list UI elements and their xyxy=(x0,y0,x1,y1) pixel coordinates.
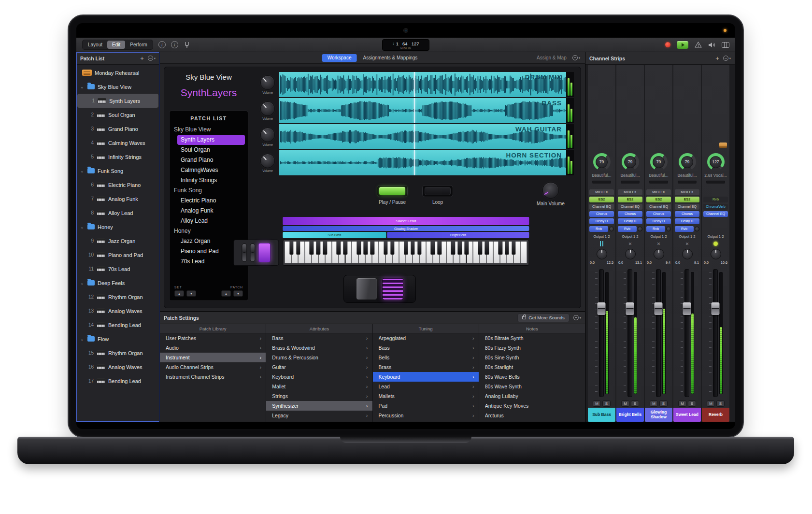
browser-item-brass-woodwind[interactable]: Brass & Woodwind› xyxy=(266,343,372,353)
midi-fx-slot[interactable]: MIDI FX xyxy=(646,189,671,195)
mute-button[interactable]: M xyxy=(707,400,715,407)
strip-level-knob[interactable]: 79 xyxy=(622,153,639,171)
sustain-pedal[interactable] xyxy=(382,278,403,300)
browser-item-bass[interactable]: Bass› xyxy=(373,343,479,353)
fader-track[interactable] xyxy=(627,269,632,397)
track-volume-knob[interactable] xyxy=(260,128,275,142)
audio-fx-slot[interactable]: Delay D xyxy=(675,218,699,224)
browser-item-bass[interactable]: Bass› xyxy=(266,333,372,343)
audio-fx-slot[interactable]: Delay D xyxy=(589,218,614,224)
browser-item-lead[interactable]: Lead› xyxy=(373,382,479,391)
set-row[interactable]: ⌄Honey xyxy=(76,220,159,234)
add-channel-strip-icon[interactable]: + xyxy=(715,55,719,61)
patch-row[interactable]: 1170s Lead xyxy=(76,262,159,276)
strip-name[interactable]: Sweet Lead xyxy=(673,408,701,422)
browser-item-pad[interactable]: Pad› xyxy=(373,401,479,411)
strip-name[interactable]: Glowing Shadow xyxy=(645,408,672,422)
mute-button[interactable]: M xyxy=(621,400,629,407)
patch-box-item[interactable]: Grand Piano xyxy=(170,155,248,165)
warning-icon[interactable] xyxy=(695,42,702,48)
waveform-display[interactable]: WAH GUITAR xyxy=(279,124,566,149)
instrument-slot[interactable]: ES2 xyxy=(675,197,699,202)
layer-sweet-lead[interactable]: Sweet Lead xyxy=(283,217,529,225)
patch-box-item[interactable]: Infinity Strings xyxy=(170,175,248,186)
browser-item-instrument-channel-strips[interactable]: Instrument Channel Strips› xyxy=(160,372,266,382)
strip-level-knob[interactable]: 79 xyxy=(650,153,668,171)
piano-black-key[interactable] xyxy=(363,242,368,255)
playhead[interactable] xyxy=(414,98,415,123)
patch-list-menu-button[interactable]: ▾ xyxy=(148,56,156,61)
patch-box-item[interactable]: Sky Blue View xyxy=(170,125,248,135)
set-row[interactable]: ⌄Deep Feels xyxy=(76,276,159,290)
layer-glowing-shadow[interactable]: Glowing Shadow xyxy=(283,226,529,231)
fader-cap[interactable] xyxy=(711,302,719,315)
strip-name[interactable]: Sub Bass xyxy=(588,408,615,422)
fader-cap[interactable] xyxy=(654,302,662,315)
strip-level-knob[interactable]: 127 xyxy=(707,153,725,171)
playhead[interactable] xyxy=(414,72,415,97)
expression-pedal[interactable] xyxy=(356,278,377,300)
panels-toggle-icon[interactable] xyxy=(722,42,729,48)
browser-item-80s-fizzy-synth[interactable]: 80s Fizzy Synth xyxy=(479,343,585,353)
patch-box-item[interactable]: Analog Funk xyxy=(170,206,248,216)
send-slot[interactable]: Rvb xyxy=(589,226,614,232)
set-row[interactable]: ⌄Funk Song xyxy=(76,164,159,178)
playhead[interactable] xyxy=(414,124,415,149)
midi-fx-slot[interactable]: MIDI FX xyxy=(618,189,642,195)
output-slot[interactable]: Output 1-2 xyxy=(673,233,701,240)
output-slot[interactable]: Output 1-2 xyxy=(616,233,644,240)
browser-item-keyboard[interactable]: Keyboard› xyxy=(373,372,479,382)
audio-fx-slot[interactable]: Channel EQ xyxy=(618,204,642,210)
piano-white-key[interactable] xyxy=(520,242,527,263)
piano-black-key[interactable] xyxy=(343,242,348,255)
browser-item-80s-bitrate-synth[interactable]: 80s Bitrate Synth xyxy=(479,333,585,343)
browser-item-arcturus[interactable]: Arcturus xyxy=(479,411,585,420)
patch-row[interactable]: 3Grand Piano xyxy=(76,122,159,136)
piano-black-key[interactable] xyxy=(390,242,395,255)
track-volume-knob[interactable] xyxy=(260,101,275,116)
send-knob[interactable] xyxy=(609,227,614,231)
tab-assignments-mappings[interactable]: Assignments & Mappings xyxy=(358,54,423,62)
main-volume-knob[interactable] xyxy=(542,182,559,199)
solo-button[interactable]: S xyxy=(602,400,611,407)
browser-item-arpeggiated[interactable]: Arpeggiated› xyxy=(373,333,479,343)
patch-row[interactable]: 7Analog Funk xyxy=(76,192,159,206)
audio-fx-slot[interactable]: ChromaVerb xyxy=(703,204,728,210)
patch-row[interactable]: 12Rhythm Organ xyxy=(76,290,159,304)
patch-row[interactable]: 1Synth Layers xyxy=(77,94,158,108)
browser-item-drums-percussion[interactable]: Drums & Percussion› xyxy=(266,353,372,362)
patch-row[interactable]: 17Bending Lead xyxy=(76,374,159,388)
strip-level-knob[interactable]: 79 xyxy=(679,153,696,171)
instrument-slot[interactable]: ES2 xyxy=(618,197,642,202)
set-down-button[interactable]: ▼ xyxy=(186,290,196,297)
layer-sub-bass[interactable]: Sub Bass xyxy=(283,232,386,238)
mute-button[interactable]: M xyxy=(678,400,686,407)
audio-fx-slot[interactable]: Channel EQ xyxy=(589,204,614,210)
pan-knob[interactable] xyxy=(682,249,693,259)
send-slot[interactable]: Rvb xyxy=(675,226,699,232)
piano-black-key[interactable] xyxy=(505,242,509,255)
browser-item-audio-channel-strips[interactable]: Audio Channel Strips› xyxy=(160,362,266,372)
patch-row[interactable]: 6Electric Piano xyxy=(76,178,159,192)
midi-fx-slot[interactable]: MIDI FX xyxy=(589,189,614,195)
send-slot[interactable] xyxy=(703,226,728,232)
send-knob[interactable] xyxy=(695,227,699,231)
strip-name[interactable]: Reverb xyxy=(702,408,729,422)
waveform-display[interactable]: DRUM MIX xyxy=(279,72,566,97)
fader-cap[interactable] xyxy=(683,302,691,315)
audio-fx-slot[interactable]: Channel EQ xyxy=(675,204,699,210)
piano-black-key[interactable] xyxy=(438,242,442,255)
send-slot[interactable]: Rvb xyxy=(618,226,642,232)
browser-item-percussion[interactable]: Percussion› xyxy=(373,411,479,420)
patch-row[interactable]: 4Calming Waves xyxy=(76,136,159,150)
get-more-sounds-button[interactable]: Get More Sounds xyxy=(517,314,569,322)
patch-row[interactable]: 10Piano and Pad xyxy=(76,248,159,262)
play-button[interactable] xyxy=(677,41,688,49)
fader-track[interactable] xyxy=(684,269,689,397)
piano-black-key[interactable] xyxy=(417,242,422,255)
browser-item-bells[interactable]: Bells› xyxy=(373,353,479,362)
tab-workspace[interactable]: Workspace xyxy=(322,54,357,62)
audio-fx-slot[interactable]: Chorus xyxy=(675,211,699,217)
pan-knob[interactable] xyxy=(711,249,721,259)
solo-button[interactable]: S xyxy=(631,400,639,407)
